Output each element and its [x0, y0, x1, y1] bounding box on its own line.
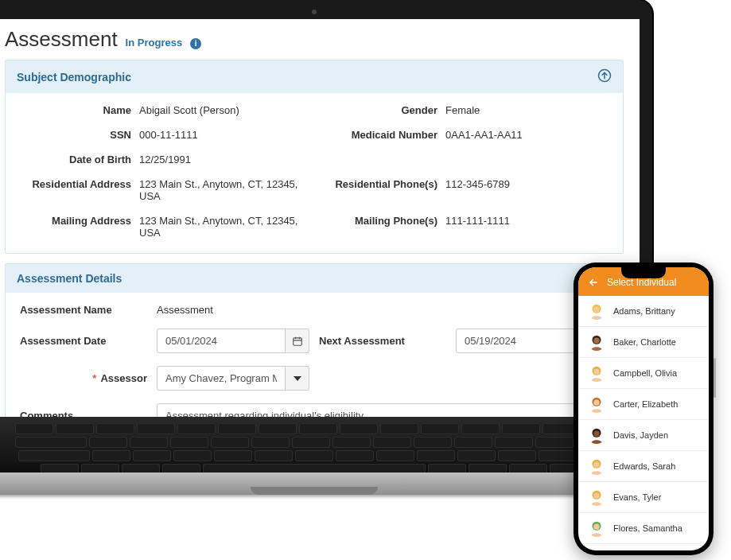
value-dob: 12/25/1991: [139, 154, 302, 165]
phone-frame: Select Individual Adams, BrittanyBaker, …: [574, 262, 714, 555]
individual-name: Adams, Brittany: [613, 306, 675, 316]
svg-point-12: [593, 400, 599, 406]
value-gender: Female: [445, 104, 609, 116]
avatar-icon: [588, 333, 605, 351]
label-ssn: SSN: [20, 129, 131, 141]
laptop-keyboard: [0, 417, 652, 480]
individual-row[interactable]: Edwards, Sarah: [578, 451, 709, 482]
svg-rect-1: [293, 337, 301, 344]
individual-name: Baker, Charlotte: [613, 337, 676, 347]
avatar-icon: [588, 426, 605, 444]
laptop-camera: [312, 10, 317, 14]
label-gender: Gender: [310, 104, 437, 116]
label-name: Name: [20, 104, 131, 116]
phone-header-title: Select Individual: [607, 277, 676, 288]
laptop-hinge-notch: [251, 487, 378, 495]
individual-row[interactable]: Carter, Elizabeth: [578, 389, 709, 420]
label-medicaid: Medicaid Number: [310, 129, 437, 141]
value-name: Abigail Scott (Person): [139, 104, 302, 116]
label-next-assess: Next Assessment: [319, 335, 446, 347]
phone-notch: [621, 267, 666, 278]
avatar-icon: [588, 457, 605, 475]
individual-name: Davis, Jayden: [613, 430, 668, 440]
individual-row[interactable]: Flores, Samantha: [578, 513, 709, 544]
label-res-phone: Residential Phone(s): [310, 178, 437, 190]
individual-row[interactable]: Davis, Jayden: [578, 420, 709, 451]
panel-demographic-header[interactable]: Subject Demographic: [6, 60, 623, 93]
collapse-up-icon[interactable]: [597, 68, 612, 85]
label-comments: Comments: [20, 410, 147, 417]
avatar-icon: [588, 302, 605, 320]
phone-side-button: [714, 358, 716, 398]
status-badge: In Progress: [126, 37, 183, 49]
avatar-icon: [588, 364, 605, 382]
assess-date-group: [157, 329, 309, 353]
label-mail-addr: Mailing Address: [20, 215, 131, 227]
assessor-select[interactable]: [157, 366, 309, 391]
caret-down-icon[interactable]: [286, 366, 309, 391]
value-mail-addr: 123 Main St., Anytown, CT, 12345, USA: [139, 215, 302, 239]
individual-name: Flores, Samantha: [613, 523, 682, 533]
label-assessor: * Assessor: [20, 372, 147, 384]
svg-point-10: [593, 369, 599, 375]
avatar-icon: [588, 519, 605, 537]
individual-name: Edwards, Sarah: [613, 461, 675, 471]
value-res-phone: 112-345-6789: [445, 178, 609, 190]
panel-details: Assessment Details Assessment Name Asses…: [5, 263, 624, 417]
avatar-icon: [588, 488, 605, 506]
label-dob: Date of Birth: [20, 154, 131, 165]
panel-details-body: Assessment Name Assessment Assessment Da…: [6, 293, 623, 417]
individual-name: Evans, Tyler: [613, 492, 661, 502]
svg-point-18: [593, 493, 599, 499]
laptop-bezel: Assessment In Progress i Subject Demogra…: [0, 0, 652, 417]
value-assess-name: Assessment: [157, 304, 309, 316]
individual-row[interactable]: Evans, Tyler: [578, 482, 709, 513]
value-ssn: 000-11-1111: [139, 129, 302, 141]
individual-name: Campbell, Olivia: [613, 368, 677, 378]
individual-row[interactable]: Campbell, Olivia: [578, 358, 709, 389]
assess-date-input[interactable]: [157, 329, 286, 353]
label-res-addr: Residential Address: [20, 178, 131, 190]
laptop-screen: Assessment In Progress i Subject Demogra…: [0, 19, 640, 417]
panel-demographic-title: Subject Demographic: [17, 71, 131, 84]
avatar-icon: [588, 395, 605, 413]
comments-group: [157, 403, 609, 417]
label-mail-phone: Mailing Phone(s): [310, 215, 437, 227]
individual-row[interactable]: Harris, Robert: [578, 544, 709, 550]
label-assess-date: Assessment Date: [20, 335, 147, 347]
svg-point-6: [593, 307, 599, 313]
panel-details-title: Assessment Details: [17, 272, 122, 285]
label-assessor-text: Assessor: [100, 372, 147, 384]
calendar-icon[interactable]: [286, 329, 309, 353]
laptop-frame: Assessment In Progress i Subject Demogra…: [0, 0, 652, 480]
individual-row[interactable]: Baker, Charlotte: [578, 327, 709, 358]
individual-list[interactable]: Adams, BrittanyBaker, CharlotteCampbell,…: [578, 296, 709, 550]
individual-name: Carter, Elizabeth: [613, 399, 678, 409]
value-mail-phone: 111-111-1111: [445, 215, 609, 227]
page-title-row: Assessment In Progress i: [5, 27, 624, 52]
panel-demographic-body: Name Abigail Scott (Person) Gender Femal…: [6, 93, 623, 253]
phone-screen: Select Individual Adams, BrittanyBaker, …: [578, 267, 709, 550]
svg-point-20: [593, 524, 599, 530]
value-res-addr: 123 Main St., Anytown, CT, 12345, USA: [139, 178, 302, 202]
comments-input[interactable]: [157, 403, 609, 417]
page-title: Assessment: [5, 27, 118, 52]
panel-details-header[interactable]: Assessment Details: [6, 264, 623, 293]
required-star: *: [92, 372, 96, 384]
individual-row[interactable]: Adams, Brittany: [578, 296, 709, 327]
assessor-input[interactable]: [157, 366, 286, 391]
value-medicaid: 0AA1-AA1-AA11: [445, 129, 609, 141]
svg-point-14: [593, 431, 599, 437]
info-icon[interactable]: i: [190, 38, 201, 49]
svg-point-16: [593, 462, 599, 468]
svg-point-8: [593, 338, 599, 344]
label-assess-name: Assessment Name: [20, 304, 147, 316]
panel-demographic: Subject Demographic Name Abigail Scott (…: [5, 60, 624, 254]
back-arrow-icon[interactable]: [588, 277, 599, 288]
